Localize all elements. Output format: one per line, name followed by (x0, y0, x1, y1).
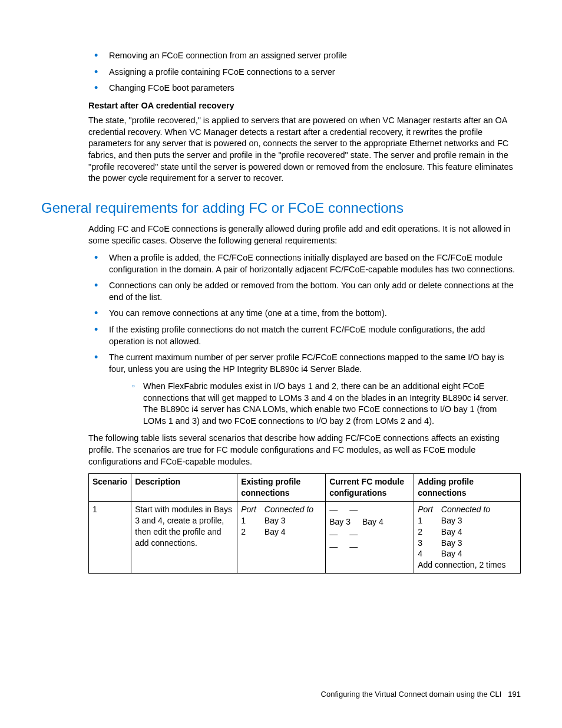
adding-port: 2 (418, 526, 433, 538)
existing-conn: Bay 3 (265, 515, 313, 526)
table-intro: The following table lists several scenar… (88, 433, 521, 467)
cfg-cell: — (329, 541, 338, 552)
cfg-cell: — (349, 529, 358, 540)
adding-conn: Bay 3 (441, 538, 490, 549)
table-row: 1 Start with modules in Bays 3 and 4, cr… (89, 501, 521, 573)
existing-conn-label: Connected to (265, 504, 313, 515)
sub-list: When FlexFabric modules exist in I/O bay… (127, 381, 521, 427)
requirements-list: When a profile is added, the FC/FCoE con… (88, 252, 521, 427)
table-header-row: Scenario Description Existing profile co… (89, 474, 521, 502)
footer-page: 191 (508, 690, 521, 699)
footer-text: Configuring the Virtual Connect domain u… (321, 690, 502, 699)
list-item: Removing an FCoE connection from an assi… (88, 50, 521, 62)
cfg-cell: Bay 4 (362, 516, 384, 528)
section-title: General requirements for adding FC or FC… (41, 199, 521, 218)
existing-conn: Bay 4 (265, 526, 313, 538)
adding-conn: Bay 3 (441, 515, 490, 526)
th-existing: Existing profile connections (237, 474, 326, 502)
adding-note: Add connection, 2 times (418, 559, 517, 571)
cell-description: Start with modules in Bays 3 and 4, crea… (131, 501, 237, 573)
adding-port: 4 (418, 548, 433, 559)
list-item-text: The current maximum number of per server… (109, 353, 504, 374)
th-description: Description (131, 474, 237, 502)
adding-port-label: Port (418, 504, 433, 515)
adding-port: 1 (418, 515, 433, 526)
existing-port: 1 (241, 515, 256, 526)
list-item: Connections can only be added or removed… (88, 280, 521, 303)
adding-conn-label: Connected to (441, 504, 490, 515)
adding-conn: Bay 4 (441, 526, 490, 538)
cfg-cell: Bay 3 (329, 516, 351, 528)
list-item: You can remove connections at any time (… (88, 308, 521, 319)
list-item: The current maximum number of per server… (88, 352, 521, 427)
scenario-table: Scenario Description Existing profile co… (88, 473, 521, 574)
th-adding: Adding profile connections (414, 474, 521, 502)
page-footer: Configuring the Virtual Connect domain u… (321, 689, 521, 700)
list-item: When a profile is added, the FC/FCoE con… (88, 252, 521, 275)
existing-port-label: Port (241, 504, 256, 515)
intro-bullet-list: Removing an FCoE connection from an assi… (88, 50, 521, 94)
th-current: Current FC module configurations (326, 474, 414, 502)
sub-list-item: When FlexFabric modules exist in I/O bay… (127, 381, 521, 427)
cell-current: —— Bay 3Bay 4 —— —— (326, 501, 414, 573)
cell-adding: Port 1 2 3 4 Connected to Bay 3 Bay 4 Ba… (414, 501, 521, 573)
th-scenario: Scenario (89, 474, 131, 502)
cfg-cell: — (349, 541, 358, 552)
restart-body: The state, "profile recovered," is appli… (88, 115, 521, 184)
existing-port: 2 (241, 526, 256, 538)
adding-conn: Bay 4 (441, 548, 490, 559)
section-intro: Adding FC and FCoE connections is genera… (88, 223, 521, 246)
list-item: Changing FCoE boot parameters (88, 83, 521, 94)
adding-port: 3 (418, 538, 433, 549)
cfg-cell: — (349, 504, 358, 515)
cfg-cell: — (329, 504, 338, 515)
cfg-cell: — (329, 529, 338, 540)
cell-existing: Port 1 2 Connected to Bay 3 Bay 4 (237, 501, 326, 573)
cell-scenario: 1 (89, 501, 131, 573)
list-item: Assigning a profile containing FCoE conn… (88, 67, 521, 78)
restart-heading: Restart after OA credential recovery (88, 100, 521, 112)
list-item: If the existing profile connections do n… (88, 324, 521, 347)
